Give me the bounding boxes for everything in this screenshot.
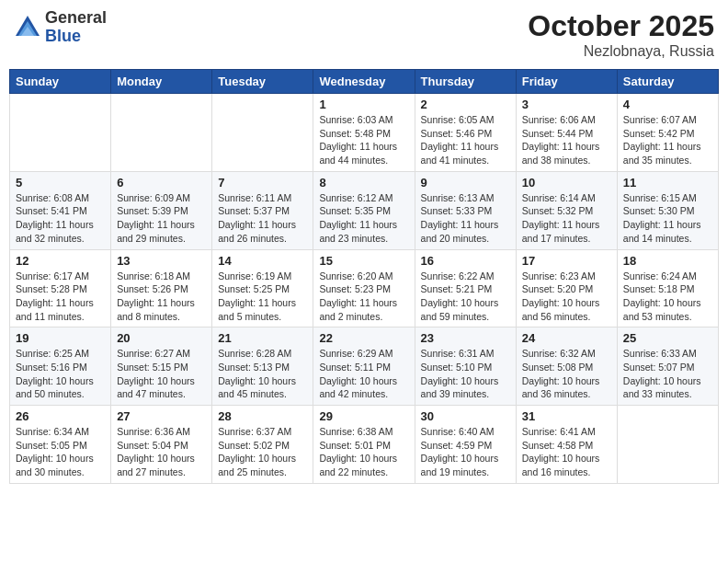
logo-blue: Blue	[45, 28, 107, 46]
calendar-cell: 16Sunrise: 6:22 AM Sunset: 5:21 PM Dayli…	[415, 249, 516, 327]
day-info: Sunrise: 6:33 AM Sunset: 5:07 PM Dayligh…	[623, 347, 712, 401]
calendar-cell: 2Sunrise: 6:05 AM Sunset: 5:46 PM Daylig…	[415, 94, 516, 172]
day-number: 10	[522, 176, 611, 190]
month-year-title: October 2025	[528, 9, 714, 43]
calendar-cell: 15Sunrise: 6:20 AM Sunset: 5:23 PM Dayli…	[313, 249, 415, 327]
day-info: Sunrise: 6:28 AM Sunset: 5:13 PM Dayligh…	[218, 347, 307, 401]
day-info: Sunrise: 6:22 AM Sunset: 5:21 PM Dayligh…	[421, 270, 510, 324]
calendar-cell: 7Sunrise: 6:11 AM Sunset: 5:37 PM Daylig…	[212, 171, 313, 249]
day-info: Sunrise: 6:23 AM Sunset: 5:20 PM Dayligh…	[522, 270, 611, 324]
calendar-cell: 26Sunrise: 6:34 AM Sunset: 5:05 PM Dayli…	[10, 406, 111, 484]
day-number: 24	[522, 331, 611, 345]
calendar-cell: 31Sunrise: 6:41 AM Sunset: 4:58 PM Dayli…	[516, 406, 617, 484]
calendar-cell: 25Sunrise: 6:33 AM Sunset: 5:07 PM Dayli…	[617, 327, 718, 406]
calendar-cell	[111, 94, 212, 172]
day-number: 7	[218, 176, 307, 190]
day-info: Sunrise: 6:27 AM Sunset: 5:15 PM Dayligh…	[117, 347, 206, 401]
calendar-cell: 11Sunrise: 6:15 AM Sunset: 5:30 PM Dayli…	[617, 171, 718, 249]
calendar-cell: 29Sunrise: 6:38 AM Sunset: 5:01 PM Dayli…	[313, 406, 415, 484]
day-info: Sunrise: 6:13 AM Sunset: 5:33 PM Dayligh…	[421, 191, 510, 246]
day-number: 19	[16, 331, 105, 345]
day-number: 31	[522, 409, 611, 423]
day-info: Sunrise: 6:29 AM Sunset: 5:11 PM Dayligh…	[319, 347, 408, 401]
location-subtitle: Nezlobnaya, Russia	[528, 43, 714, 60]
weekday-header-sunday: Sunday	[10, 70, 111, 94]
day-number: 26	[16, 409, 105, 423]
day-number: 13	[117, 254, 206, 268]
calendar-cell: 9Sunrise: 6:13 AM Sunset: 5:33 PM Daylig…	[415, 171, 516, 249]
calendar-cell	[212, 94, 313, 172]
calendar-cell: 19Sunrise: 6:25 AM Sunset: 5:16 PM Dayli…	[10, 327, 111, 406]
day-number: 25	[623, 331, 712, 345]
calendar-cell: 24Sunrise: 6:32 AM Sunset: 5:08 PM Dayli…	[516, 327, 617, 406]
day-info: Sunrise: 6:41 AM Sunset: 4:58 PM Dayligh…	[522, 425, 611, 479]
day-number: 28	[218, 409, 307, 423]
calendar-cell: 22Sunrise: 6:29 AM Sunset: 5:11 PM Dayli…	[313, 327, 415, 406]
day-number: 22	[319, 331, 408, 345]
day-info: Sunrise: 6:20 AM Sunset: 5:23 PM Dayligh…	[319, 270, 408, 324]
day-info: Sunrise: 6:31 AM Sunset: 5:10 PM Dayligh…	[421, 347, 510, 401]
day-info: Sunrise: 6:09 AM Sunset: 5:39 PM Dayligh…	[117, 191, 206, 246]
day-info: Sunrise: 6:38 AM Sunset: 5:01 PM Dayligh…	[319, 425, 408, 479]
calendar-cell	[617, 406, 718, 484]
day-number: 6	[117, 176, 206, 190]
day-number: 3	[522, 98, 611, 111]
calendar-cell: 1Sunrise: 6:03 AM Sunset: 5:48 PM Daylig…	[313, 94, 415, 172]
calendar-cell: 28Sunrise: 6:37 AM Sunset: 5:02 PM Dayli…	[212, 406, 313, 484]
day-number: 2	[421, 98, 510, 111]
day-info: Sunrise: 6:18 AM Sunset: 5:26 PM Dayligh…	[117, 270, 206, 324]
day-number: 11	[623, 176, 712, 190]
calendar-cell: 20Sunrise: 6:27 AM Sunset: 5:15 PM Dayli…	[111, 327, 212, 406]
day-number: 14	[218, 254, 307, 268]
day-number: 23	[421, 331, 510, 345]
logo: General Blue	[14, 9, 107, 46]
day-info: Sunrise: 6:24 AM Sunset: 5:18 PM Dayligh…	[623, 270, 712, 324]
calendar-week-row: 1Sunrise: 6:03 AM Sunset: 5:48 PM Daylig…	[10, 94, 719, 172]
calendar-cell: 23Sunrise: 6:31 AM Sunset: 5:10 PM Dayli…	[415, 327, 516, 406]
day-number: 5	[16, 176, 105, 190]
logo-general: General	[45, 9, 107, 28]
day-info: Sunrise: 6:07 AM Sunset: 5:42 PM Dayligh…	[623, 113, 712, 167]
day-number: 1	[319, 98, 408, 111]
day-number: 12	[16, 254, 105, 268]
calendar-table: SundayMondayTuesdayWednesdayThursdayFrid…	[9, 69, 719, 484]
calendar-cell: 8Sunrise: 6:12 AM Sunset: 5:35 PM Daylig…	[313, 171, 415, 249]
calendar-week-row: 5Sunrise: 6:08 AM Sunset: 5:41 PM Daylig…	[10, 171, 719, 249]
day-info: Sunrise: 6:08 AM Sunset: 5:41 PM Dayligh…	[16, 191, 105, 246]
day-info: Sunrise: 6:05 AM Sunset: 5:46 PM Dayligh…	[421, 113, 510, 167]
calendar-cell: 17Sunrise: 6:23 AM Sunset: 5:20 PM Dayli…	[516, 249, 617, 327]
weekday-header-friday: Friday	[516, 70, 617, 94]
calendar-cell	[10, 94, 111, 172]
calendar-week-row: 19Sunrise: 6:25 AM Sunset: 5:16 PM Dayli…	[10, 327, 719, 406]
calendar-cell: 10Sunrise: 6:14 AM Sunset: 5:32 PM Dayli…	[516, 171, 617, 249]
weekday-header-wednesday: Wednesday	[313, 70, 415, 94]
calendar-cell: 27Sunrise: 6:36 AM Sunset: 5:04 PM Dayli…	[111, 406, 212, 484]
calendar-cell: 12Sunrise: 6:17 AM Sunset: 5:28 PM Dayli…	[10, 249, 111, 327]
day-info: Sunrise: 6:40 AM Sunset: 4:59 PM Dayligh…	[421, 425, 510, 479]
day-info: Sunrise: 6:06 AM Sunset: 5:44 PM Dayligh…	[522, 113, 611, 167]
weekday-header-tuesday: Tuesday	[212, 70, 313, 94]
day-number: 9	[421, 176, 510, 190]
calendar-week-row: 26Sunrise: 6:34 AM Sunset: 5:05 PM Dayli…	[10, 406, 719, 484]
day-number: 16	[421, 254, 510, 268]
day-info: Sunrise: 6:15 AM Sunset: 5:30 PM Dayligh…	[623, 191, 712, 246]
day-info: Sunrise: 6:36 AM Sunset: 5:04 PM Dayligh…	[117, 425, 206, 479]
page-header: General Blue October 2025 Nezlobnaya, Ru…	[9, 9, 719, 60]
day-number: 17	[522, 254, 611, 268]
day-number: 18	[623, 254, 712, 268]
weekday-header-thursday: Thursday	[415, 70, 516, 94]
day-info: Sunrise: 6:14 AM Sunset: 5:32 PM Dayligh…	[522, 191, 611, 246]
logo-icon	[14, 14, 41, 41]
day-number: 15	[319, 254, 408, 268]
day-info: Sunrise: 6:03 AM Sunset: 5:48 PM Dayligh…	[319, 113, 408, 167]
day-info: Sunrise: 6:32 AM Sunset: 5:08 PM Dayligh…	[522, 347, 611, 401]
title-section: October 2025 Nezlobnaya, Russia	[528, 9, 714, 60]
day-number: 8	[319, 176, 408, 190]
weekday-header-saturday: Saturday	[617, 70, 718, 94]
calendar-cell: 21Sunrise: 6:28 AM Sunset: 5:13 PM Dayli…	[212, 327, 313, 406]
calendar-cell: 3Sunrise: 6:06 AM Sunset: 5:44 PM Daylig…	[516, 94, 617, 172]
calendar-cell: 18Sunrise: 6:24 AM Sunset: 5:18 PM Dayli…	[617, 249, 718, 327]
day-number: 4	[623, 98, 712, 111]
calendar-cell: 30Sunrise: 6:40 AM Sunset: 4:59 PM Dayli…	[415, 406, 516, 484]
day-info: Sunrise: 6:11 AM Sunset: 5:37 PM Dayligh…	[218, 191, 307, 246]
